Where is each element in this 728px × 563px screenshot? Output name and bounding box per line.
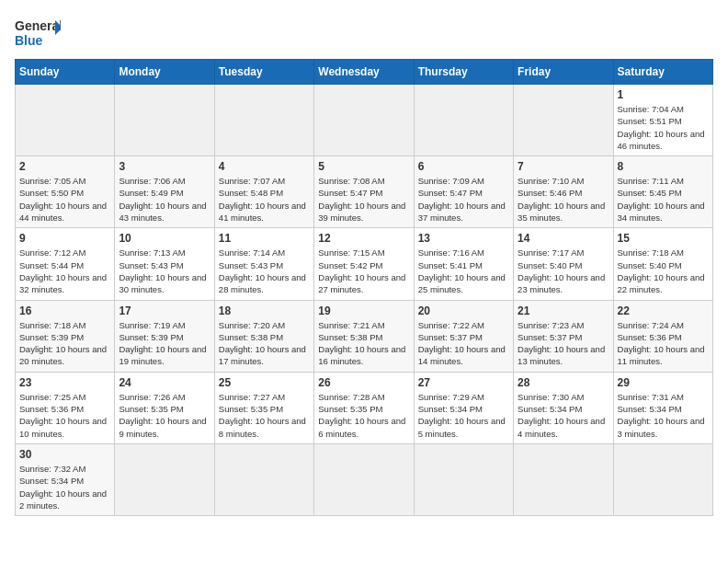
calendar-cell — [214, 443, 313, 515]
day-info: Sunrise: 7:15 AM Sunset: 5:42 PM Dayligh… — [318, 247, 409, 295]
day-number: 4 — [219, 160, 310, 173]
weekday-header: Wednesday — [314, 60, 414, 85]
page-header: General Blue — [15, 15, 713, 50]
calendar-week-row: 9Sunrise: 7:12 AM Sunset: 5:44 PM Daylig… — [16, 228, 713, 300]
day-number: 12 — [318, 232, 409, 245]
day-number: 23 — [19, 376, 110, 389]
weekday-header: Friday — [514, 60, 613, 85]
calendar-week-row: 30Sunrise: 7:32 AM Sunset: 5:34 PM Dayli… — [16, 443, 713, 515]
weekday-header: Saturday — [613, 60, 712, 85]
day-info: Sunrise: 7:27 AM Sunset: 5:35 PM Dayligh… — [219, 391, 310, 440]
day-info: Sunrise: 7:28 AM Sunset: 5:35 PM Dayligh… — [318, 391, 409, 440]
day-number: 5 — [318, 160, 409, 173]
calendar-cell: 6Sunrise: 7:09 AM Sunset: 5:47 PM Daylig… — [414, 156, 513, 228]
calendar-cell — [314, 85, 414, 156]
day-info: Sunrise: 7:04 AM Sunset: 5:51 PM Dayligh… — [618, 103, 709, 152]
day-info: Sunrise: 7:18 AM Sunset: 5:39 PM Dayligh… — [19, 319, 110, 368]
calendar-cell: 26Sunrise: 7:28 AM Sunset: 5:35 PM Dayli… — [314, 372, 414, 443]
day-info: Sunrise: 7:11 AM Sunset: 5:45 PM Dayligh… — [618, 175, 709, 224]
calendar-cell: 21Sunrise: 7:23 AM Sunset: 5:37 PM Dayli… — [514, 300, 613, 372]
day-number: 8 — [618, 160, 709, 173]
calendar-cell — [613, 443, 712, 515]
day-info: Sunrise: 7:17 AM Sunset: 5:40 PM Dayligh… — [518, 247, 609, 295]
svg-text:General: General — [15, 18, 61, 33]
day-number: 14 — [518, 232, 609, 245]
day-info: Sunrise: 7:09 AM Sunset: 5:47 PM Dayligh… — [418, 175, 509, 224]
calendar-week-row: 1Sunrise: 7:04 AM Sunset: 5:51 PM Daylig… — [16, 85, 713, 156]
calendar-cell: 13Sunrise: 7:16 AM Sunset: 5:41 PM Dayli… — [414, 228, 513, 300]
calendar-week-row: 23Sunrise: 7:25 AM Sunset: 5:36 PM Dayli… — [16, 372, 713, 443]
day-number: 1 — [618, 88, 709, 101]
calendar-cell: 3Sunrise: 7:06 AM Sunset: 5:49 PM Daylig… — [115, 156, 214, 228]
day-info: Sunrise: 7:21 AM Sunset: 5:38 PM Dayligh… — [318, 319, 409, 368]
calendar-cell: 12Sunrise: 7:15 AM Sunset: 5:42 PM Dayli… — [314, 228, 414, 300]
calendar-cell: 18Sunrise: 7:20 AM Sunset: 5:38 PM Dayli… — [214, 300, 313, 372]
calendar-cell: 9Sunrise: 7:12 AM Sunset: 5:44 PM Daylig… — [16, 228, 115, 300]
day-info: Sunrise: 7:08 AM Sunset: 5:47 PM Dayligh… — [318, 175, 409, 224]
day-number: 7 — [518, 160, 609, 173]
day-info: Sunrise: 7:32 AM Sunset: 5:34 PM Dayligh… — [19, 463, 110, 511]
day-number: 30 — [19, 448, 110, 461]
calendar-cell: 20Sunrise: 7:22 AM Sunset: 5:37 PM Dayli… — [414, 300, 513, 372]
weekday-header-row: SundayMondayTuesdayWednesdayThursdayFrid… — [16, 60, 713, 85]
day-info: Sunrise: 7:06 AM Sunset: 5:49 PM Dayligh… — [119, 175, 210, 224]
calendar-cell: 2Sunrise: 7:05 AM Sunset: 5:50 PM Daylig… — [16, 156, 115, 228]
day-number: 24 — [119, 376, 210, 389]
calendar-table: SundayMondayTuesdayWednesdayThursdayFrid… — [15, 59, 713, 516]
day-number: 18 — [219, 304, 310, 317]
calendar-week-row: 2Sunrise: 7:05 AM Sunset: 5:50 PM Daylig… — [16, 156, 713, 228]
calendar-cell: 16Sunrise: 7:18 AM Sunset: 5:39 PM Dayli… — [16, 300, 115, 372]
day-number: 25 — [219, 376, 310, 389]
day-number: 26 — [318, 376, 409, 389]
logo-svg: General Blue — [15, 15, 61, 50]
calendar-cell: 29Sunrise: 7:31 AM Sunset: 5:34 PM Dayli… — [613, 372, 712, 443]
day-info: Sunrise: 7:23 AM Sunset: 5:37 PM Dayligh… — [518, 319, 609, 368]
day-info: Sunrise: 7:13 AM Sunset: 5:43 PM Dayligh… — [119, 247, 210, 295]
day-info: Sunrise: 7:24 AM Sunset: 5:36 PM Dayligh… — [618, 319, 709, 368]
calendar-cell: 24Sunrise: 7:26 AM Sunset: 5:35 PM Dayli… — [115, 372, 214, 443]
day-number: 3 — [119, 160, 210, 173]
calendar-week-row: 16Sunrise: 7:18 AM Sunset: 5:39 PM Dayli… — [16, 300, 713, 372]
day-info: Sunrise: 7:19 AM Sunset: 5:39 PM Dayligh… — [119, 319, 210, 368]
day-number: 20 — [418, 304, 509, 317]
calendar-cell — [414, 443, 513, 515]
calendar-cell: 27Sunrise: 7:29 AM Sunset: 5:34 PM Dayli… — [414, 372, 513, 443]
day-number: 15 — [618, 232, 709, 245]
day-number: 2 — [19, 160, 110, 173]
day-info: Sunrise: 7:07 AM Sunset: 5:48 PM Dayligh… — [219, 175, 310, 224]
weekday-header: Thursday — [414, 60, 513, 85]
day-info: Sunrise: 7:29 AM Sunset: 5:34 PM Dayligh… — [418, 391, 509, 440]
calendar-cell — [214, 85, 313, 156]
logo: General Blue — [15, 15, 61, 50]
day-info: Sunrise: 7:16 AM Sunset: 5:41 PM Dayligh… — [418, 247, 509, 295]
day-number: 28 — [518, 376, 609, 389]
day-info: Sunrise: 7:10 AM Sunset: 5:46 PM Dayligh… — [518, 175, 609, 224]
day-number: 11 — [219, 232, 310, 245]
calendar-cell: 23Sunrise: 7:25 AM Sunset: 5:36 PM Dayli… — [16, 372, 115, 443]
calendar-cell — [314, 443, 414, 515]
day-number: 22 — [618, 304, 709, 317]
day-info: Sunrise: 7:05 AM Sunset: 5:50 PM Dayligh… — [19, 175, 110, 224]
calendar-cell: 5Sunrise: 7:08 AM Sunset: 5:47 PM Daylig… — [314, 156, 414, 228]
calendar-cell — [514, 85, 613, 156]
calendar-cell — [414, 85, 513, 156]
weekday-header: Monday — [115, 60, 214, 85]
day-info: Sunrise: 7:18 AM Sunset: 5:40 PM Dayligh… — [618, 247, 709, 295]
svg-text:Blue: Blue — [15, 33, 43, 48]
calendar-cell: 17Sunrise: 7:19 AM Sunset: 5:39 PM Dayli… — [115, 300, 214, 372]
day-info: Sunrise: 7:12 AM Sunset: 5:44 PM Dayligh… — [19, 247, 110, 295]
calendar-cell — [16, 85, 115, 156]
calendar-cell: 19Sunrise: 7:21 AM Sunset: 5:38 PM Dayli… — [314, 300, 414, 372]
calendar-cell: 11Sunrise: 7:14 AM Sunset: 5:43 PM Dayli… — [214, 228, 313, 300]
calendar-cell — [115, 85, 214, 156]
day-info: Sunrise: 7:14 AM Sunset: 5:43 PM Dayligh… — [219, 247, 310, 295]
day-info: Sunrise: 7:20 AM Sunset: 5:38 PM Dayligh… — [219, 319, 310, 368]
day-info: Sunrise: 7:22 AM Sunset: 5:37 PM Dayligh… — [418, 319, 509, 368]
day-number: 16 — [19, 304, 110, 317]
calendar-cell: 10Sunrise: 7:13 AM Sunset: 5:43 PM Dayli… — [115, 228, 214, 300]
day-info: Sunrise: 7:25 AM Sunset: 5:36 PM Dayligh… — [19, 391, 110, 440]
calendar-cell: 8Sunrise: 7:11 AM Sunset: 5:45 PM Daylig… — [613, 156, 712, 228]
day-number: 19 — [318, 304, 409, 317]
day-number: 17 — [119, 304, 210, 317]
calendar-cell: 15Sunrise: 7:18 AM Sunset: 5:40 PM Dayli… — [613, 228, 712, 300]
